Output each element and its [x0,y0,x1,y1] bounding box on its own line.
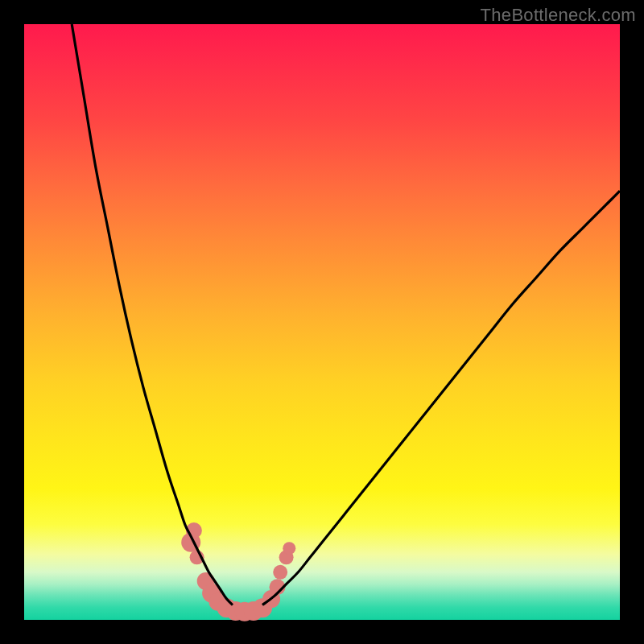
left-curve [72,24,233,605]
plot-area [24,24,620,620]
marker-dot [283,542,295,555]
outer-frame: TheBottleneck.com [0,0,644,644]
marker-dot [273,565,287,580]
chart-svg [24,24,620,620]
marker-layer [181,522,295,621]
right-curve [262,191,620,605]
watermark-text: TheBottleneck.com [481,5,636,26]
